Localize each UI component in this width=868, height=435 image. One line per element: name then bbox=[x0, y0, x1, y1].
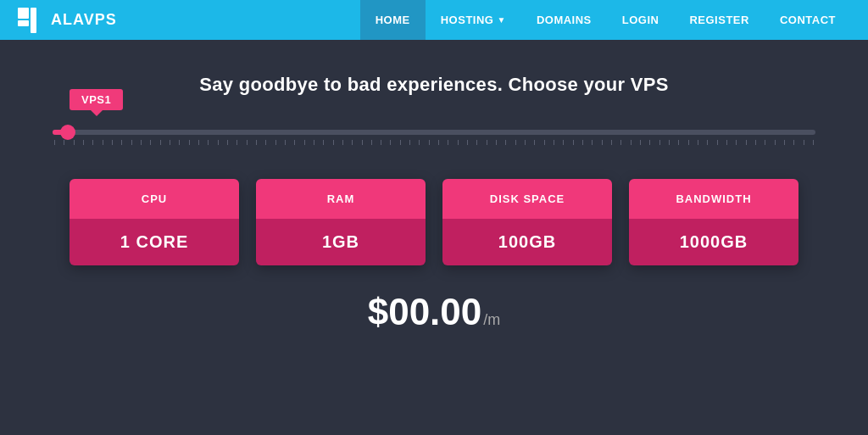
slider-tick bbox=[620, 140, 621, 145]
slider-tick bbox=[746, 140, 747, 145]
slider-tick bbox=[496, 140, 497, 145]
slider-tick bbox=[323, 140, 324, 145]
price-period: /m bbox=[483, 311, 500, 329]
slider-tick bbox=[352, 140, 353, 145]
slider-tick bbox=[170, 140, 170, 145]
slider-tick bbox=[390, 140, 391, 145]
price-amount: $00.00 bbox=[368, 291, 482, 333]
slider-tick bbox=[150, 140, 151, 145]
slider-thumb[interactable] bbox=[60, 125, 75, 140]
slider-tick bbox=[717, 140, 718, 145]
slider-tick bbox=[121, 140, 122, 145]
logo-text: ALAVPS bbox=[51, 11, 117, 29]
slider-tick bbox=[218, 140, 219, 145]
card-ram-value: 1GB bbox=[256, 219, 426, 265]
slider-tick bbox=[611, 140, 612, 145]
slider-tick bbox=[505, 140, 506, 145]
slider-tick bbox=[458, 140, 459, 145]
slider-tick bbox=[515, 140, 516, 145]
navbar: ALAVPS HOME HOSTING ▼ DOMAINS LOGIN REGI… bbox=[0, 0, 868, 40]
slider-tick bbox=[409, 140, 410, 145]
slider-tick bbox=[698, 140, 698, 145]
slider-tick bbox=[141, 140, 142, 145]
card-cpu-header: CPU bbox=[70, 179, 239, 219]
card-ram: RAM 1GB bbox=[256, 179, 426, 265]
slider-tick bbox=[678, 140, 679, 145]
nav-item-contact[interactable]: CONTACT bbox=[765, 0, 851, 40]
slider-track[interactable] bbox=[53, 130, 815, 135]
card-disk-value: 100GB bbox=[442, 219, 612, 265]
card-bandwidth-header: Bandwidth bbox=[629, 179, 798, 219]
slider-tick bbox=[429, 140, 430, 145]
slider-tick bbox=[487, 140, 487, 145]
slider-tick bbox=[688, 140, 689, 145]
slider-tick bbox=[333, 140, 334, 145]
slider-tick bbox=[227, 140, 228, 145]
slider-label: VPS1 bbox=[70, 89, 123, 110]
slider-tick bbox=[294, 140, 295, 145]
slider-tick bbox=[476, 140, 477, 145]
slider-tick bbox=[265, 140, 266, 145]
hero-title: Say goodbye to bad experiences. Choose y… bbox=[199, 74, 668, 96]
slider-tick bbox=[554, 140, 554, 145]
slider-tick bbox=[775, 140, 776, 145]
card-ram-header: RAM bbox=[256, 179, 426, 219]
main-content: Say goodbye to bad experiences. Choose y… bbox=[0, 40, 868, 333]
slider-tick bbox=[247, 140, 248, 145]
slider-tick bbox=[362, 140, 363, 145]
slider-tick bbox=[256, 140, 257, 145]
nav-item-login[interactable]: LOGIN bbox=[607, 0, 675, 40]
svg-rect-1 bbox=[18, 20, 29, 26]
slider-tick bbox=[304, 140, 305, 145]
slider-tick bbox=[669, 140, 670, 145]
slider-tick bbox=[631, 140, 632, 145]
slider-tick bbox=[131, 140, 132, 145]
slider-tick bbox=[467, 140, 468, 145]
nav-item-domains[interactable]: DOMAINS bbox=[521, 0, 607, 40]
slider-tick bbox=[736, 140, 737, 145]
slider-tick bbox=[525, 140, 526, 145]
slider-tick bbox=[726, 140, 727, 145]
slider-tick bbox=[438, 140, 439, 145]
svg-rect-2 bbox=[31, 8, 36, 33]
slider-tick bbox=[381, 140, 381, 145]
slider-tick bbox=[342, 140, 343, 145]
slider-tick bbox=[83, 140, 84, 145]
slider-tick bbox=[544, 140, 545, 145]
svg-rect-0 bbox=[18, 8, 29, 19]
slider-tick bbox=[74, 140, 75, 145]
slider-tick bbox=[160, 140, 161, 145]
logo[interactable]: ALAVPS bbox=[17, 7, 117, 34]
card-disk: Disk Space 100GB bbox=[442, 179, 612, 265]
nav-item-hosting[interactable]: HOSTING ▼ bbox=[426, 0, 521, 40]
slider-tick bbox=[592, 140, 593, 145]
slider-tick bbox=[765, 140, 765, 145]
slider-tick bbox=[573, 140, 574, 145]
slider-tick bbox=[813, 140, 814, 145]
slider-tick bbox=[563, 140, 564, 145]
logo-icon bbox=[17, 7, 44, 34]
slider-tick bbox=[793, 140, 794, 145]
slider-tick bbox=[103, 140, 103, 145]
slider-tick bbox=[640, 140, 641, 145]
slider-tick bbox=[285, 140, 286, 145]
hosting-dropdown-icon: ▼ bbox=[497, 15, 505, 25]
slider-tick bbox=[314, 140, 314, 145]
slider-tick bbox=[400, 140, 401, 145]
card-bandwidth: Bandwidth 1000GB bbox=[629, 179, 798, 265]
card-disk-header: Disk Space bbox=[442, 179, 612, 219]
slider-tick bbox=[755, 140, 756, 145]
nav-item-register[interactable]: REGISTER bbox=[674, 0, 764, 40]
slider-tick bbox=[371, 140, 372, 145]
slider-tick bbox=[659, 140, 660, 145]
card-cpu-value: 1 CORE bbox=[70, 219, 239, 265]
slider-tick bbox=[189, 140, 190, 145]
nav-links: HOME HOSTING ▼ DOMAINS LOGIN REGISTER CO… bbox=[360, 0, 851, 40]
slider-tick bbox=[112, 140, 113, 145]
slider-tick bbox=[64, 140, 64, 145]
slider-tick bbox=[448, 140, 448, 145]
slider-tick bbox=[419, 140, 420, 145]
nav-item-home[interactable]: HOME bbox=[360, 0, 426, 40]
slider-ticks bbox=[53, 140, 815, 145]
slider-tick bbox=[707, 140, 708, 145]
